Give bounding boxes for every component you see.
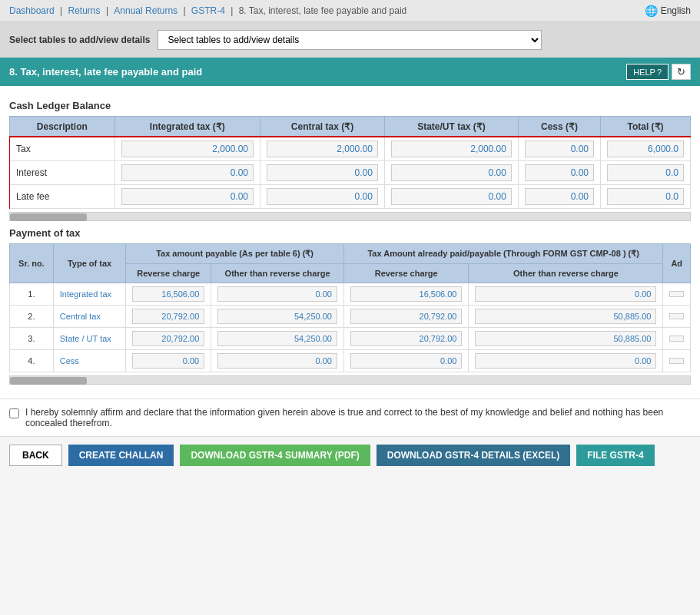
late-fee-integrated-value[interactable]: 0.00 bbox=[121, 188, 254, 205]
back-button[interactable]: BACK bbox=[9, 445, 62, 466]
payment-header-row-1: Sr. no. Type of tax Tax amount payable (… bbox=[10, 244, 691, 264]
interest-integrated: 0.00 bbox=[114, 161, 260, 185]
payment-row-integrated: 1. Integrated tax 16,506.00 0.00 16,506.… bbox=[10, 283, 691, 306]
tax-central-value[interactable]: 2,000.00 bbox=[267, 141, 378, 157]
sr-2: 2. bbox=[10, 306, 54, 328]
integrated-re bbox=[663, 283, 691, 306]
state-payable-other: 54,250.00 bbox=[211, 328, 344, 350]
help-button[interactable]: HELP ? bbox=[626, 64, 668, 80]
payment-row-state: 3. State / UT tax 20,792.00 54,250.00 20… bbox=[10, 328, 691, 350]
tax-integrated-value[interactable]: 2,000.00 bbox=[121, 141, 254, 157]
section-header: 8. Tax, interest, late fee payable and p… bbox=[0, 58, 700, 86]
cess-payable-reverse: 0.00 bbox=[126, 350, 211, 372]
select-tables-dropdown[interactable]: Select tables to add/view details bbox=[158, 30, 542, 50]
late-fee-state-value[interactable]: 0.00 bbox=[391, 188, 512, 205]
late-fee-total: 0.0 bbox=[601, 185, 691, 209]
cen-paid-rev-val[interactable]: 20,792.00 bbox=[350, 309, 463, 324]
declaration-text: I hereby solemnly affirm and declare tha… bbox=[25, 407, 691, 428]
int-pay-other-val[interactable]: 0.00 bbox=[217, 286, 337, 302]
col-additional: Ad bbox=[663, 244, 691, 283]
col-description: Description bbox=[10, 117, 115, 137]
breadcrumb-current: 8. Tax, interest, late fee payable and p… bbox=[239, 5, 407, 16]
interest-central-value[interactable]: 0.00 bbox=[267, 164, 378, 181]
breadcrumb-bar: Dashboard | Returns | Annual Returns | G… bbox=[0, 0, 700, 22]
type-central: Central tax bbox=[53, 306, 126, 328]
state-paid-rev-val[interactable]: 20,792.00 bbox=[350, 331, 463, 346]
breadcrumb-dashboard[interactable]: Dashboard bbox=[9, 5, 55, 16]
language-label: English bbox=[661, 5, 691, 16]
sep2: | bbox=[106, 5, 111, 16]
interest-state-ut: 0.00 bbox=[384, 161, 518, 185]
download-pdf-button[interactable]: DOWNLOAD GSTR-4 SUMMARY (PDF) bbox=[180, 445, 370, 466]
cen-pay-other-val[interactable]: 54,250.00 bbox=[217, 309, 337, 324]
late-fee-cess-value[interactable]: 0.00 bbox=[525, 188, 594, 205]
type-state: State / UT tax bbox=[53, 328, 126, 350]
cen-re-val[interactable] bbox=[669, 313, 684, 319]
interest-cess-value[interactable]: 0.00 bbox=[525, 164, 594, 181]
cess-re bbox=[663, 350, 691, 372]
cen-paid-other-val[interactable]: 50,885.00 bbox=[475, 309, 656, 324]
state-paid-reverse: 20,792.00 bbox=[343, 328, 469, 350]
interest-central: 0.00 bbox=[260, 161, 385, 185]
tax-label: Tax bbox=[10, 137, 115, 161]
breadcrumb-returns[interactable]: Returns bbox=[68, 5, 101, 16]
declaration-checkbox[interactable] bbox=[9, 408, 19, 418]
col-payable-reverse: Reverse charge bbox=[126, 264, 211, 283]
integrated-paid-other: 0.00 bbox=[469, 283, 663, 306]
late-fee-integrated: 0.00 bbox=[114, 185, 260, 209]
int-paid-other-val[interactable]: 0.00 bbox=[475, 286, 656, 302]
cess-re-val[interactable] bbox=[669, 358, 684, 364]
cess-pay-other-val[interactable]: 0.00 bbox=[217, 353, 337, 369]
late-fee-cess: 0.00 bbox=[518, 185, 600, 209]
central-paid-reverse: 20,792.00 bbox=[343, 306, 469, 328]
interest-state-value[interactable]: 0.00 bbox=[391, 164, 512, 181]
cash-ledger-scrollbar[interactable] bbox=[9, 212, 691, 221]
late-fee-central-value[interactable]: 0.00 bbox=[267, 188, 378, 205]
col-cess: Cess (₹) bbox=[518, 117, 600, 137]
late-fee-label: Late fee bbox=[10, 185, 115, 209]
interest-total: 0.0 bbox=[601, 161, 691, 185]
refresh-button[interactable]: ↻ bbox=[672, 64, 691, 80]
breadcrumb-gstr4[interactable]: GSTR-4 bbox=[191, 5, 225, 16]
late-fee-central: 0.00 bbox=[260, 185, 385, 209]
cess-payable-other: 0.00 bbox=[211, 350, 344, 372]
tax-cess-value[interactable]: 0.00 bbox=[525, 141, 594, 157]
file-gstr4-button[interactable]: FILE GSTR-4 bbox=[576, 445, 654, 466]
cess-paid-rev-val[interactable]: 0.00 bbox=[350, 353, 463, 369]
interest-total-value[interactable]: 0.0 bbox=[607, 164, 684, 181]
select-tables-label: Select tables to add/view details bbox=[9, 35, 150, 45]
state-pay-rev-val[interactable]: 20,792.00 bbox=[132, 331, 204, 346]
state-pay-other-val[interactable]: 54,250.00 bbox=[217, 331, 337, 346]
central-re bbox=[663, 306, 691, 328]
state-re bbox=[663, 328, 691, 350]
cess-paid-other-val[interactable]: 0.00 bbox=[475, 353, 656, 369]
late-fee-total-value[interactable]: 0.0 bbox=[607, 188, 684, 205]
tax-total-value[interactable]: 6,000.0 bbox=[607, 141, 684, 157]
declaration-section: I hereby solemnly affirm and declare tha… bbox=[0, 398, 700, 436]
state-payable-reverse: 20,792.00 bbox=[126, 328, 211, 350]
create-challan-button[interactable]: CREATE CHALLAN bbox=[68, 445, 174, 466]
payment-scrollbar[interactable] bbox=[9, 375, 691, 385]
cash-ledger-table: Description Integrated tax (₹) Central t… bbox=[9, 116, 691, 209]
payment-table: Sr. no. Type of tax Tax amount payable (… bbox=[9, 243, 691, 372]
sr-4: 4. bbox=[10, 350, 54, 372]
breadcrumb-annual-returns[interactable]: Annual Returns bbox=[114, 5, 177, 16]
tax-state-value[interactable]: 2,000.00 bbox=[391, 141, 512, 157]
cash-ledger-scroll[interactable]: Description Integrated tax (₹) Central t… bbox=[9, 116, 691, 209]
state-re-val[interactable] bbox=[669, 336, 684, 342]
int-paid-rev-val[interactable]: 16,506.00 bbox=[350, 286, 463, 302]
help-icon: ? bbox=[657, 68, 662, 77]
late-fee-state-ut: 0.00 bbox=[384, 185, 518, 209]
central-payable-reverse: 20,792.00 bbox=[126, 306, 211, 328]
payment-scroll[interactable]: Sr. no. Type of tax Tax amount payable (… bbox=[9, 243, 691, 372]
int-pay-rev-val[interactable]: 16,506.00 bbox=[132, 286, 204, 302]
col-paid-other: Other than reverse charge bbox=[469, 264, 663, 283]
type-cess: Cess bbox=[53, 350, 126, 372]
download-excel-button[interactable]: DOWNLOAD GSTR-4 DETAILS (EXCEL) bbox=[377, 445, 570, 466]
interest-integrated-value[interactable]: 0.00 bbox=[121, 164, 254, 181]
cash-ledger-row-interest: Interest 0.00 0.00 0.00 0.00 0.0 bbox=[10, 161, 691, 185]
cen-pay-rev-val[interactable]: 20,792.00 bbox=[132, 309, 204, 324]
state-paid-other-val[interactable]: 50,885.00 bbox=[475, 331, 656, 346]
int-re-val[interactable] bbox=[669, 291, 684, 297]
cess-pay-rev-val[interactable]: 0.00 bbox=[132, 353, 204, 369]
